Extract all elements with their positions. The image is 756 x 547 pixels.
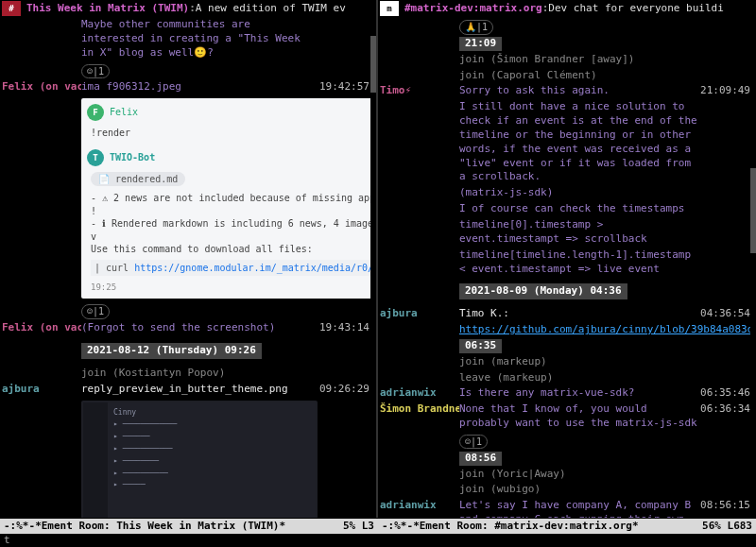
modeline-left-title: *Ement Room: This Week in Matrix (TWIM)* — [35, 520, 285, 534]
message-body: join (Šimon Brandner [away]) — [459, 53, 699, 67]
message-row: join (markeup) — [378, 354, 752, 370]
modeline-right-pos: 56% L683 — [702, 520, 752, 534]
message-body: join (Kostiantyn Popov) — [81, 367, 319, 381]
minibuffer[interactable]: t — [0, 534, 756, 547]
message-row: adrianwix Is there any matrix-vue-sdk? 0… — [378, 385, 752, 402]
message-row: https://github.com/ajbura/cinny/blob/39b… — [378, 322, 752, 338]
message-body: I of course can check the timestamps — [459, 202, 699, 216]
message-body: 🙏|1 — [459, 18, 699, 35]
modeline-right: -:%*- *Ement Room: #matrix-dev:matrix.or… — [378, 519, 756, 534]
message-row: leave (markeup) — [378, 370, 752, 386]
avatar-icon: T — [87, 149, 104, 166]
message-row: join (Kostiantyn Popov) — [0, 366, 372, 382]
message-row: ☺|1 — [0, 301, 372, 320]
left-room-topic: A new edition of TWIM ev — [196, 2, 346, 16]
message-row: Timo⚡ Sorry to ask this again. 21:09:49 — [378, 83, 752, 99]
attachment-pill: 📄 rendered.md — [91, 172, 185, 187]
message-body: 06:35 — [459, 339, 699, 353]
message-body: 2021-08-12 (Thursday) 09:26 — [81, 343, 319, 359]
reaction-badge[interactable]: ☺|1 — [81, 64, 110, 79]
message-body: 08:56 — [459, 452, 699, 466]
message-body: (matrix-js-sdk) — [459, 186, 699, 200]
room-icon-mdev: m — [380, 1, 399, 16]
message-body[interactable]: https://github.com/ajbura/cinny/blob/39b… — [459, 323, 756, 337]
right-scroll-thumb[interactable] — [750, 168, 756, 253]
room-icon-twim: # — [2, 1, 21, 16]
time-separator: 06:35 — [459, 339, 502, 353]
message-body: timeline[timeline.length-1].timestamp < … — [459, 248, 699, 277]
message-body: None that I know of, you would probably … — [459, 402, 699, 431]
message-nick: adrianwix — [378, 386, 459, 401]
left-messages[interactable]: Maybe other communities are interested i… — [0, 17, 376, 518]
modeline-left-pos: 5% L3 — [343, 520, 374, 534]
message-row: join (wubigo) — [378, 482, 752, 498]
message-row: 06:35 — [378, 338, 752, 354]
left-scrollbar[interactable] — [370, 17, 376, 518]
message-timestamp: 09:26:29 — [319, 383, 372, 397]
message-body: Sorry to ask this again. — [459, 84, 699, 98]
left-room-name: This Week in Matrix (TWIM) — [26, 2, 189, 16]
message-body: 2021-08-09 (Monday) 04:36 — [459, 283, 699, 299]
image-attachment[interactable]: F Felix !render T TWIO-Bot 📄 rendered.md… — [81, 98, 376, 299]
message-timestamp: 19:42:57 — [319, 80, 372, 94]
message-body: Is there any matrix-vue-sdk? — [459, 386, 699, 401]
reaction-badge[interactable]: ☺|1 — [81, 304, 110, 319]
reaction-badge[interactable]: ☺|1 — [459, 435, 488, 450]
right-scrollbar[interactable] — [750, 17, 756, 518]
message-body: ima f906312.jpeg — [81, 80, 319, 94]
modeline: -:%*- *Ement Room: This Week in Matrix (… — [0, 519, 756, 534]
message-row: join (Caporal Clément) — [378, 68, 752, 84]
message-body: ☺|1 — [459, 433, 699, 450]
modeline-right-title: *Ement Room: #matrix-dev:matrix.org* — [413, 520, 638, 534]
time-separator: 21:09 — [459, 37, 502, 51]
message-body: Let's say I have company A, company B an… — [459, 499, 699, 518]
right-messages[interactable]: 🙏|1 21:09 join (Šimon Brandner [away]) j… — [378, 17, 756, 518]
left-pane: # This Week in Matrix (TWIM) : A new edi… — [0, 0, 378, 518]
message-body: 21:09 — [459, 37, 699, 51]
left-scroll-thumb[interactable] — [370, 36, 376, 93]
message-nick: Felix (on vaca — [0, 321, 81, 335]
message-row: timeline[timeline.length-1].timestamp < … — [378, 248, 752, 278]
message-body: ☺|1 — [81, 62, 319, 79]
message-row: Felix (on vaca (Forgot to send the scree… — [0, 320, 372, 336]
image-attachment[interactable]: Cinny ▸ ──────────── ▸ ────── ▸ ────────… — [81, 401, 318, 518]
time-separator: 08:56 — [459, 452, 502, 466]
message-body: timeline[0].timestamp > event.timestampt… — [459, 218, 699, 247]
message-row: ☺|1 — [378, 432, 752, 451]
message-row: adrianwix Let's say I have company A, co… — [378, 498, 752, 518]
message-row: timeline[0].timestamp > event.timestampt… — [378, 217, 752, 248]
right-room-topic: Dev chat for everyone buildi — [548, 2, 723, 16]
message-row: join (Šimon Brandner [away]) — [378, 52, 752, 68]
message-nick: adrianwix — [378, 499, 459, 513]
message-body: join (markeup) — [459, 355, 699, 369]
message-nick: ajbura — [0, 383, 81, 397]
message-row: I of course can check the timestamps — [378, 201, 752, 217]
right-titlebar: m #matrix-dev:matrix.org : Dev chat for … — [378, 0, 756, 17]
message-row: Cinny ▸ ──────────── ▸ ────── ▸ ────────… — [0, 398, 372, 518]
message-body: ☺|1 — [81, 302, 319, 319]
message-nick: ajbura — [378, 307, 459, 321]
right-room-name: #matrix-dev:matrix.org — [404, 2, 542, 16]
message-row: (matrix-js-sdk) — [378, 185, 752, 201]
date-separator: 2021-08-12 (Thursday) 09:26 — [81, 343, 262, 359]
message-body: reply_preview_in_butter_theme.png — [81, 383, 319, 397]
message-row: 08:56 — [378, 451, 752, 467]
message-timestamp: 04:36:54 — [699, 307, 752, 321]
message-body: I still dont have a nice solution to che… — [459, 100, 699, 184]
message-timestamp: 19:43:14 — [319, 321, 372, 335]
message-row: Šimon Brandner None that I know of, you … — [378, 402, 752, 432]
reaction-badge[interactable]: 🙏|1 — [459, 20, 493, 35]
message-body: Cinny ▸ ──────────── ▸ ────── ▸ ────────… — [81, 399, 319, 518]
message-body: (Forgot to send the screenshot) — [81, 321, 319, 335]
message-row: Felix (on vaca ima f906312.jpeg 19:42:57 — [0, 79, 372, 95]
message-body: Maybe other communities are interested i… — [81, 18, 319, 60]
message-link[interactable]: https://github.com/ajbura/cinny/blob/39b… — [459, 323, 756, 335]
modeline-left: -:%*- *Ement Room: This Week in Matrix (… — [0, 519, 378, 534]
message-row: I still dont have a nice solution to che… — [378, 99, 752, 185]
message-timestamp: 06:36:34 — [699, 402, 752, 417]
message-nick: Felix (on vaca — [0, 80, 81, 94]
message-timestamp: 08:56:15 — [699, 499, 752, 513]
message-body: Timo K.: — [459, 307, 699, 321]
message-row: Maybe other communities are interested i… — [0, 17, 372, 61]
message-row: 21:09 — [378, 36, 752, 52]
